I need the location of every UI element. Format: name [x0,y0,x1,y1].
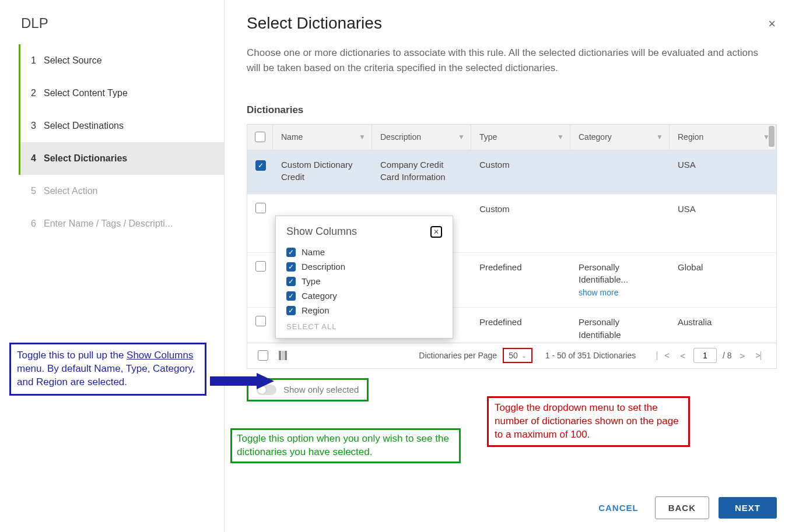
show-only-selected-label: Show only selected [283,385,359,394]
filter-icon[interactable]: ▼ [656,133,663,141]
scrollbar[interactable] [768,126,775,149]
cell-name: Custom Dictionary Credit [273,158,372,184]
section-heading: Dictionaries [247,104,777,116]
pagination-controls: ⎸< < / 8 > >⎸ [654,348,770,363]
column-option-type[interactable]: ✓Type [286,274,442,288]
header-name[interactable]: Name▼ [273,125,372,150]
page-title: Select Dictionaries [247,14,777,33]
step-select-dictionaries[interactable]: 4Select Dictionaries [20,142,224,175]
back-button[interactable]: BACK [655,496,709,519]
cell-region: USA [670,158,776,171]
table-row[interactable]: ✓ Custom Dictionary Credit Company Credi… [247,150,776,195]
sidebar-title: DLP [0,15,224,44]
step-select-action: 5Select Action [20,175,224,207]
header-region[interactable]: Region▼ [670,125,776,150]
cell-cat: Personally Identifiable [570,316,670,341]
wizard-steps-completed: 1Select Source 2Select Content Type 3Sel… [19,44,224,175]
step-select-content-type[interactable]: 2Select Content Type [20,77,224,110]
popover-title: Show Columns [286,226,357,238]
cell-type: Predefined [471,261,570,274]
checkbox-icon[interactable]: ✓ [286,248,296,257]
popover-close-icon[interactable]: ✕ [430,226,442,238]
row-checkbox[interactable]: ✓ [255,160,266,171]
column-option-name[interactable]: ✓Name [286,245,442,259]
cell-region: USA [670,203,776,216]
per-page-select[interactable]: 50⌄ [503,348,532,363]
per-page-label: Dictionaries per Page [419,351,497,360]
page-description: Choose one or more dictionaries to assoc… [247,45,772,76]
select-all-button[interactable]: SELECT ALL [286,322,442,331]
page-first-icon[interactable]: ⎸< [654,350,672,361]
step-enter-name: 6Enter Name / Tags / Descripti... [20,207,224,240]
annotation-show-columns: Toggle this to pull up the Show Columns … [9,343,206,396]
row-checkbox[interactable] [255,316,266,326]
table-footer: Dictionaries per Page 50⌄ 1 - 50 of 351 … [247,343,776,368]
table-header-row: Name▼ Description▼ Type▼ Category▼ Regio… [247,125,776,150]
cell-desc: Company Credit Card Information [372,158,471,184]
cell-region: Global [670,261,776,274]
page-last-icon[interactable]: >⎸ [753,350,770,361]
footer-checkbox[interactable] [258,350,268,361]
cell-type: Custom [471,203,570,216]
page-total: / 8 [723,351,732,360]
wizard-footer-buttons: CANCEL BACK NEXT [591,496,777,519]
cancel-button[interactable]: CANCEL [591,497,646,519]
cell-cat: Personally Identifiable...show more [570,261,670,299]
show-more-link[interactable]: show more [579,288,618,297]
column-option-description[interactable]: ✓Description [286,259,442,274]
column-option-category[interactable]: ✓Category [286,288,442,303]
checkbox-icon[interactable]: ✓ [286,306,296,315]
filter-icon[interactable]: ▼ [458,133,465,141]
next-button[interactable]: NEXT [719,497,777,519]
page-next-icon[interactable]: > [737,351,747,361]
filter-icon[interactable]: ▼ [557,133,564,141]
cell-type: Predefined [471,316,570,329]
row-checkbox[interactable] [255,203,266,213]
column-toggle-icon[interactable] [279,351,288,360]
wizard-steps-future: 5Select Action 6Enter Name / Tags / Desc… [20,175,224,240]
chevron-down-icon: ⌄ [521,352,527,360]
scrollbar-thumb[interactable] [769,126,775,147]
step-select-destinations[interactable]: 3Select Destinations [20,110,224,142]
svg-marker-0 [210,373,274,389]
column-option-region[interactable]: ✓Region [286,303,442,318]
wizard-sidebar: DLP 1Select Source 2Select Content Type … [0,0,225,532]
filter-icon[interactable]: ▼ [359,133,366,141]
page-current-input[interactable] [693,348,717,363]
header-description[interactable]: Description▼ [372,125,471,150]
checkbox-icon[interactable]: ✓ [286,262,296,272]
show-columns-popover: Show Columns ✕ ✓Name ✓Description ✓Type … [275,216,453,339]
header-type[interactable]: Type▼ [471,125,570,150]
checkbox-icon[interactable]: ✓ [286,291,296,301]
annotation-show-only: Toggle this option when you only wish to… [230,428,461,463]
checkbox-icon[interactable]: ✓ [286,277,296,286]
header-category[interactable]: Category▼ [570,125,670,150]
close-icon[interactable]: × [768,16,776,31]
pagination-range: 1 - 50 of 351 Dictionaries [545,351,636,360]
checkbox-icon[interactable] [255,132,265,142]
row-checkbox[interactable] [255,261,266,272]
cell-region: Australia [670,316,776,329]
page-prev-icon[interactable]: < [678,351,688,361]
cell-type: Custom [471,158,570,171]
header-select-all[interactable] [247,125,273,150]
step-select-source[interactable]: 1Select Source [20,44,224,77]
annotation-arrow-icon [210,373,274,389]
annotation-per-page: Toggle the dropdown menu to set the numb… [487,396,690,447]
